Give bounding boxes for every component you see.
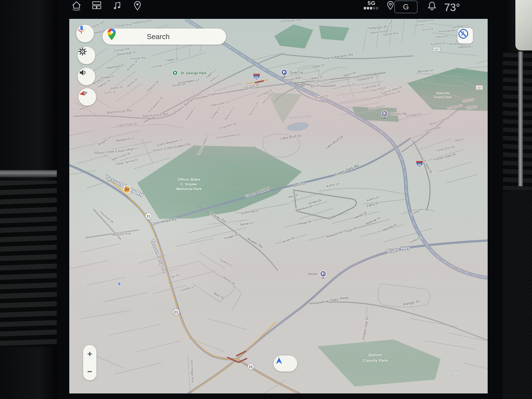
street-label: Gravois Creek (288, 114, 312, 120)
poi-label: St. George Park (181, 71, 206, 75)
street-label: Forman Rd (130, 56, 145, 61)
street-label: Box Dr (310, 84, 320, 88)
street-label: Blues Hwy (387, 245, 411, 254)
route-shield-55: 55 (416, 161, 423, 167)
search-bar[interactable]: Search (103, 29, 226, 45)
street-label: Lake Bluff Dr (280, 134, 302, 141)
poi-gas[interactable] (282, 70, 287, 78)
street-label: Reavis Barracks Rd (173, 91, 202, 115)
zoom-control[interactable]: + − (83, 345, 96, 380)
volume-button[interactable] (78, 68, 95, 85)
street-label: Guehring Dr (241, 209, 259, 215)
street-label: Lake Bluff Dr (324, 134, 344, 150)
street-label: Madaford Ln (116, 136, 134, 142)
svg-text:55: 55 (418, 163, 421, 167)
street-label: Timothy Ln (179, 284, 196, 292)
svg-text:55: 55 (255, 76, 258, 79)
street-label: Zenith Dr (172, 82, 185, 88)
street-label: Union RdCounty Park (434, 91, 452, 99)
street-label: Antigo Dr (298, 219, 312, 226)
street-label: Five Oaks Pkwy (321, 295, 349, 304)
apps-grid-icon[interactable] (91, 1, 102, 12)
zoom-out-button[interactable]: − (83, 363, 96, 380)
street-label: Yuma Dr (408, 236, 421, 244)
pond (286, 121, 309, 132)
google-map[interactable]: Kammerer AveHudelberg AveDressel AveHeeg… (69, 19, 488, 393)
location-disabled-icon (457, 28, 469, 40)
route-shield-267: 267 (433, 47, 440, 52)
right-speaker-grille (503, 191, 532, 399)
compass-needle-icon (78, 88, 89, 99)
svg-text:21: 21 (174, 310, 178, 314)
poi-park[interactable] (173, 70, 178, 75)
route-shield-21: 21 (173, 309, 180, 315)
street-label: Sophine Ln (185, 106, 196, 121)
poi-label: Phillips 66 (390, 112, 406, 116)
street-label: Camino Dr (367, 94, 382, 101)
leather-trim (515, 0, 532, 50)
street-label: Jan Dr (170, 273, 180, 279)
google-g-badge[interactable]: G (394, 1, 418, 13)
street-label: Green Park Rd (334, 163, 360, 177)
street-label: Radio Dr (110, 85, 123, 90)
street-label: Concord Hills Ct (216, 133, 241, 139)
home-icon[interactable] (71, 1, 82, 12)
street-label: Flori Dr (347, 226, 358, 233)
street-label: Henzler Dr (341, 82, 356, 88)
map-pin-icon[interactable] (132, 1, 143, 12)
street-label: Ranger Dr (403, 299, 420, 307)
street-label: Ridgely Ln (98, 135, 112, 146)
street-label: Hudelberg Ave (132, 19, 152, 25)
street-label: Jackie Ln (239, 221, 254, 226)
left-air-vent (0, 181, 57, 347)
street-label: Arnett Dr (308, 198, 322, 205)
street-label: Union Rd (424, 125, 440, 133)
zoom-in-button[interactable]: + (83, 345, 96, 363)
temperature-readout: 73° (444, 2, 460, 14)
music-note-icon[interactable] (112, 1, 122, 12)
search-input[interactable]: Search (103, 32, 226, 41)
location-disabled-button[interactable] (457, 28, 473, 44)
street-label: Acton Dr (282, 236, 295, 244)
settings-button[interactable] (78, 47, 95, 64)
voice-search-button[interactable] (76, 25, 94, 42)
street-label: Telford Dr (435, 35, 448, 39)
street-label: Maryvale Ln (211, 100, 229, 107)
route-shield-21: 21 (248, 364, 254, 370)
traffic-overlay (110, 80, 298, 393)
street-label: Kevin Dr (422, 27, 434, 31)
gear-icon (78, 47, 88, 57)
network-status: 5G (364, 0, 379, 6)
svg-text:267: 267 (477, 86, 481, 89)
recenter-navigation-button[interactable] (273, 355, 297, 372)
street-label: Pebble Oak Dr (362, 316, 369, 340)
street-label: Kohrs Ln (326, 182, 340, 188)
poi-label: QuikTrip (290, 71, 303, 75)
compass-button[interactable] (78, 88, 96, 106)
minor-roads (69, 19, 488, 393)
speaker-icon (78, 68, 88, 78)
car-dashboard: 5G G 73° (0, 0, 532, 399)
road-blues-hwy (237, 241, 488, 359)
poi-construction[interactable] (124, 186, 131, 193)
street-label: Bonister Dr (418, 68, 434, 73)
google-mic-icon (76, 25, 87, 35)
street-label: Huegel Dr (224, 233, 239, 240)
route-shield-267: 267 (476, 85, 483, 90)
street-label: ord Village Ave (190, 360, 195, 383)
street-labels: Kammerer AveHudelberg AveDressel AveHeeg… (79, 19, 477, 383)
route-shield-21: 21 (145, 213, 152, 219)
poi-gas[interactable] (320, 271, 326, 279)
bell-icon[interactable] (426, 1, 438, 13)
street-label: Opal Ct (454, 137, 465, 142)
poi-label: Mobil (308, 272, 318, 276)
street-label: Ambush Dr (326, 230, 343, 239)
poi-blue-marker[interactable] (117, 282, 122, 288)
street-label: Shapfield Ln (207, 91, 226, 96)
svg-text:21: 21 (147, 214, 150, 218)
street-label: Radiom Dr (146, 80, 160, 92)
street-label: Marley Dr (222, 275, 236, 286)
street-label: Dressel Ave (115, 23, 132, 27)
street-label: Anchor Dr (126, 59, 139, 71)
street-label: Hoffmeister Ave (280, 19, 301, 23)
